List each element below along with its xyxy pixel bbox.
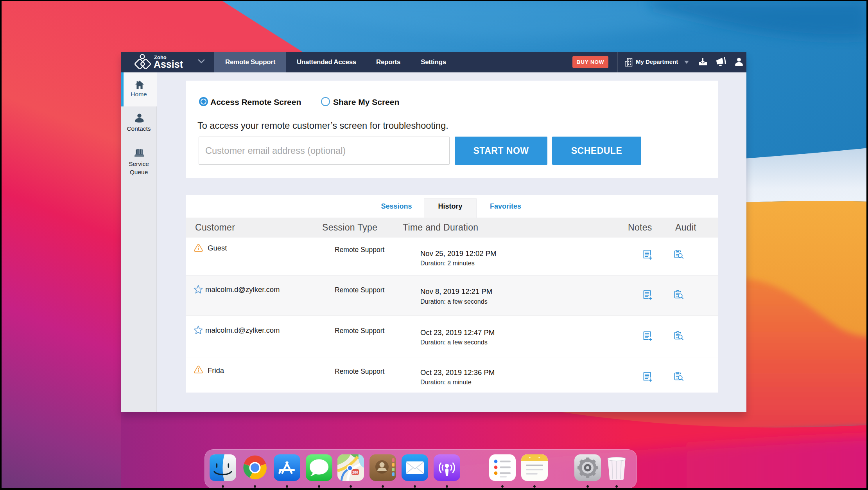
svg-text:280: 280	[352, 470, 358, 474]
